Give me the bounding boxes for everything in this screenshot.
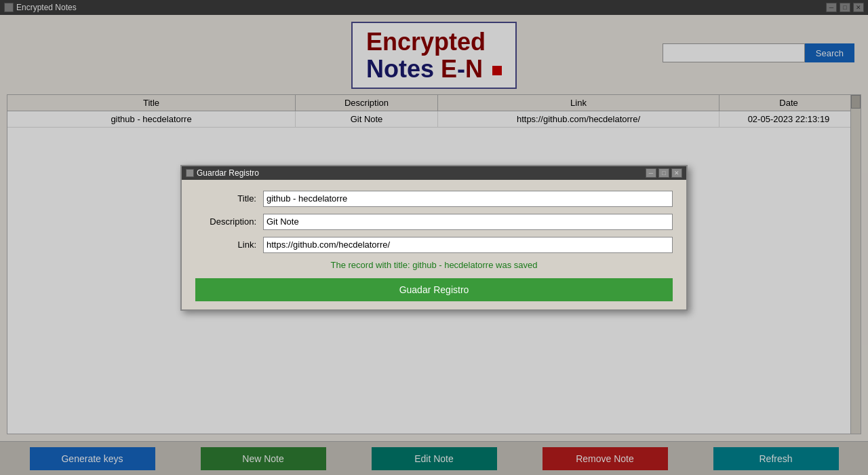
title-label: Title: xyxy=(195,193,263,204)
link-input[interactable] xyxy=(263,237,673,253)
save-button[interactable]: Guadar Registro xyxy=(195,278,673,301)
title-input[interactable] xyxy=(263,191,673,207)
description-label: Description: xyxy=(195,216,263,227)
dialog-content: Title: Description: Link: The record wit… xyxy=(182,180,686,309)
dialog-maximize-button[interactable]: □ xyxy=(658,168,669,178)
dialog-controls: ─ □ ✕ xyxy=(646,168,682,178)
dialog-minimize-button[interactable]: ─ xyxy=(646,168,656,178)
dialog-icon xyxy=(186,169,194,177)
description-input[interactable] xyxy=(263,214,673,230)
link-label: Link: xyxy=(195,240,263,250)
dialog: Guardar Registro ─ □ ✕ Title: Descriptio… xyxy=(180,165,688,311)
dialog-close-button[interactable]: ✕ xyxy=(671,168,682,178)
form-row-title: Title: xyxy=(195,191,673,207)
form-row-description: Description: xyxy=(195,214,673,230)
dialog-title: Guardar Registro xyxy=(197,168,259,178)
form-row-link: Link: xyxy=(195,237,673,253)
success-message: The record with title: github - hecdelat… xyxy=(195,260,673,270)
modal-overlay: Guardar Registro ─ □ ✕ Title: Descriptio… xyxy=(0,0,868,475)
dialog-titlebar-left: Guardar Registro xyxy=(186,168,259,178)
dialog-titlebar: Guardar Registro ─ □ ✕ xyxy=(182,166,686,180)
